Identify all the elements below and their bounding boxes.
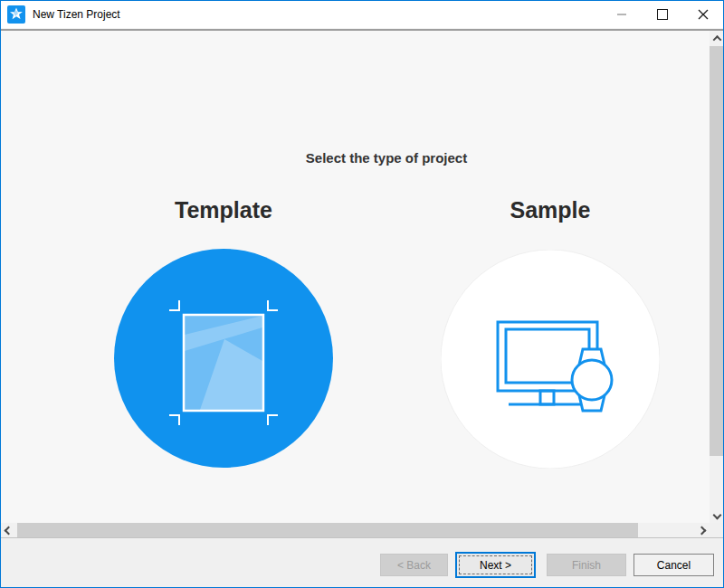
titlebar[interactable]: New Tizen Project xyxy=(1,1,723,28)
chevron-down-icon xyxy=(712,511,721,520)
vertical-scroll-thumb[interactable] xyxy=(710,46,724,456)
minimize-button[interactable] xyxy=(601,1,642,28)
maximize-icon xyxy=(657,9,668,20)
next-button[interactable]: Next > xyxy=(455,552,536,578)
scroll-up-button[interactable] xyxy=(710,31,724,46)
horizontal-scrollbar[interactable] xyxy=(1,523,710,537)
close-icon xyxy=(698,9,709,20)
minimize-icon xyxy=(617,14,626,15)
option-sample[interactable] xyxy=(441,250,660,469)
maximize-button[interactable] xyxy=(642,1,682,28)
scroll-left-button[interactable] xyxy=(1,523,16,537)
option-label-template: Template xyxy=(175,197,272,223)
scroll-down-button[interactable] xyxy=(710,507,724,523)
chevron-up-icon xyxy=(712,35,721,44)
chevron-right-icon xyxy=(698,526,707,535)
scrollbar-corner xyxy=(710,523,724,537)
option-template[interactable] xyxy=(114,249,333,468)
wizard-button-bar: < Back Next > Finish Cancel xyxy=(1,537,723,587)
chevron-left-icon xyxy=(5,526,14,535)
new-tizen-project-window: { "window": { "title": "New Tizen Projec… xyxy=(0,0,724,588)
option-label-sample: Sample xyxy=(510,197,591,223)
window-title: New Tizen Project xyxy=(33,8,120,21)
horizontal-scroll-thumb[interactable] xyxy=(17,523,638,537)
tv-and-smartwatch-icon xyxy=(441,250,660,469)
scroll-right-button[interactable] xyxy=(694,523,710,537)
wizard-content: Select the type of project Template Samp… xyxy=(1,31,710,523)
page-title: Select the type of project xyxy=(306,150,467,166)
cancel-button[interactable]: Cancel xyxy=(634,554,714,576)
vertical-scrollbar[interactable] xyxy=(710,31,724,523)
back-button[interactable]: < Back xyxy=(380,554,448,576)
tizen-logo-icon xyxy=(7,5,25,24)
close-button[interactable] xyxy=(682,1,723,28)
framed-rectangle-icon xyxy=(114,249,333,468)
finish-button[interactable]: Finish xyxy=(547,554,626,576)
window-controls xyxy=(601,1,723,28)
